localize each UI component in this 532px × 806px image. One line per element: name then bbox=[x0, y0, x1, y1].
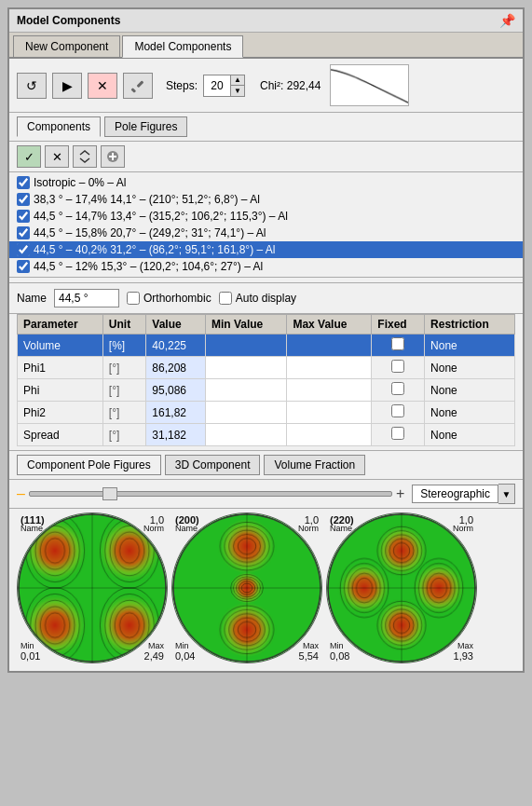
cell-param-1: Phi1 bbox=[18, 357, 103, 379]
slider-track[interactable] bbox=[29, 491, 392, 497]
cell-value-0: 40,225 bbox=[146, 335, 206, 357]
pf-canvas-1 bbox=[171, 512, 322, 663]
params-section: Parameter Unit Value Min Value Max Value… bbox=[9, 314, 523, 450]
pf-name-label-1: Name bbox=[175, 524, 198, 533]
cell-restriction-4: None bbox=[425, 424, 515, 446]
pf-min-label-1: Min bbox=[175, 641, 189, 650]
ortho-label: Orthorhombic bbox=[127, 292, 211, 305]
tab-3d-component[interactable]: 3D Component bbox=[165, 455, 261, 475]
cell-param-4: Spread bbox=[18, 424, 103, 446]
col-restriction: Restriction bbox=[425, 315, 515, 335]
table-row-2[interactable]: Phi[°]95,086None bbox=[18, 379, 515, 402]
section-tabs: Components Pole Figures bbox=[9, 113, 523, 142]
comp-checkbox-4[interactable] bbox=[17, 243, 30, 256]
pf-max-value-1: 5,54 bbox=[299, 650, 319, 662]
add-button[interactable] bbox=[101, 145, 125, 168]
comp-item-2[interactable]: 44,5 ° – 14,7% 13,4° – (315,2°; 106,2°; … bbox=[17, 208, 515, 225]
pin-icon[interactable]: 📌 bbox=[499, 13, 515, 28]
ortho-checkbox[interactable] bbox=[127, 292, 140, 305]
table-row-4[interactable]: Spread[°]31,182None bbox=[18, 424, 515, 446]
play-button[interactable]: ▶ bbox=[52, 73, 82, 99]
cell-param-3: Phi2 bbox=[18, 402, 103, 424]
pf-max-label-0: Max bbox=[148, 641, 164, 650]
pf-norm-label-2: Norm bbox=[453, 524, 473, 533]
tab-pole-figures[interactable]: Pole Figures bbox=[104, 116, 187, 137]
cell-fixed-2 bbox=[372, 379, 425, 402]
check-all-button[interactable]: ✓ bbox=[17, 145, 41, 168]
steps-arrows: ▲ ▼ bbox=[230, 75, 244, 96]
comp-checkbox-3[interactable] bbox=[17, 226, 30, 239]
comp-item-4[interactable]: 44,5 ° – 40,2% 31,2° – (86,2°; 95,1°; 16… bbox=[9, 241, 523, 258]
cell-min-3 bbox=[205, 402, 287, 424]
slider-thumb[interactable] bbox=[102, 487, 117, 500]
fixed-cb-0[interactable] bbox=[391, 337, 404, 350]
fixed-cb-1[interactable] bbox=[391, 360, 404, 373]
comp-checkbox-0[interactable] bbox=[17, 176, 30, 189]
tab-component-pole-figures[interactable]: Component Pole Figures bbox=[17, 455, 161, 475]
cell-max-2 bbox=[287, 379, 372, 402]
cell-restriction-3: None bbox=[425, 402, 515, 424]
uncheck-all-button[interactable]: ✕ bbox=[45, 145, 69, 168]
col-max: Max Value bbox=[287, 315, 372, 335]
tab-new-component[interactable]: New Component bbox=[13, 35, 120, 57]
steps-down[interactable]: ▼ bbox=[231, 86, 244, 96]
fixed-cb-4[interactable] bbox=[391, 427, 404, 440]
reset-button[interactable]: ↺ bbox=[17, 73, 47, 99]
pf-max-label-1: Max bbox=[303, 641, 319, 650]
components-list: Isotropic – 0% – Al38,3 ° – 17,4% 14,1° … bbox=[9, 172, 523, 278]
pole-figure-0: (111)1,0NormNameMin0,01Max2,49 bbox=[17, 512, 168, 663]
comp-label-4: 44,5 ° – 40,2% 31,2° – (86,2°; 95,1°; 16… bbox=[34, 243, 276, 256]
pf-max-value-2: 1,93 bbox=[454, 650, 473, 662]
pf-min-value-1: 0,04 bbox=[175, 650, 195, 662]
slider-row: – + Stereographic ▼ bbox=[9, 480, 523, 509]
cell-fixed-1 bbox=[372, 357, 425, 379]
tab-volume-fraction[interactable]: Volume Fraction bbox=[264, 455, 365, 475]
cell-max-4 bbox=[287, 424, 372, 446]
steps-value[interactable] bbox=[204, 77, 230, 94]
steps-up[interactable]: ▲ bbox=[231, 75, 244, 86]
cell-value-2: 95,086 bbox=[146, 379, 206, 402]
comp-item-5[interactable]: 44,5 ° – 12% 15,3° – (120,2°; 104,6°; 27… bbox=[17, 258, 515, 275]
pf-name-label-0: Name bbox=[20, 524, 43, 533]
comp-checkbox-1[interactable] bbox=[17, 193, 30, 206]
comp-item-3[interactable]: 44,5 ° – 15,8% 20,7° – (249,2°; 31°; 74,… bbox=[17, 225, 515, 241]
comp-item-0[interactable]: Isotropic – 0% – Al bbox=[17, 174, 515, 191]
cell-unit-2: [°] bbox=[102, 379, 146, 402]
slider-minus-icon[interactable]: – bbox=[17, 485, 25, 502]
move-icon bbox=[78, 150, 91, 163]
comp-checkbox-5[interactable] bbox=[17, 260, 30, 273]
comp-checkbox-2[interactable] bbox=[17, 210, 30, 223]
wrench-icon bbox=[130, 78, 145, 93]
table-row-1[interactable]: Phi1[°]86,208None bbox=[18, 357, 515, 379]
tab-components[interactable]: Components bbox=[17, 116, 101, 137]
pf-min-label-0: Min bbox=[20, 641, 34, 650]
stop-button[interactable]: ✕ bbox=[88, 73, 117, 99]
fixed-cb-2[interactable] bbox=[391, 382, 404, 395]
fixed-cb-3[interactable] bbox=[391, 404, 404, 417]
cell-value-4: 31,182 bbox=[146, 424, 206, 446]
cell-max-0 bbox=[287, 335, 372, 357]
main-tabs: New Component Model Components bbox=[9, 33, 523, 59]
tab-model-components[interactable]: Model Components bbox=[122, 35, 243, 58]
cell-max-3 bbox=[287, 402, 372, 424]
pole-figure-1: (200)1,0NormNameMin0,04Max5,54 bbox=[171, 512, 322, 663]
chi-graph bbox=[330, 64, 409, 106]
wrench-button[interactable] bbox=[123, 73, 153, 99]
stereo-dropdown[interactable]: ▼ bbox=[498, 484, 515, 504]
table-row-3[interactable]: Phi2[°]161,82None bbox=[18, 402, 515, 424]
slider-plus-icon[interactable]: + bbox=[396, 485, 404, 502]
cell-fixed-3 bbox=[372, 402, 425, 424]
name-input[interactable] bbox=[54, 289, 119, 307]
comp-item-1[interactable]: 38,3 ° – 17,4% 14,1° – (210°; 51,2°; 6,8… bbox=[17, 191, 515, 208]
cell-value-3: 161,82 bbox=[146, 402, 206, 424]
cell-restriction-0: None bbox=[425, 335, 515, 357]
svg-rect-0 bbox=[137, 80, 144, 88]
auto-display-checkbox[interactable] bbox=[219, 292, 232, 305]
pf-canvas-2 bbox=[326, 512, 477, 663]
table-row-0[interactable]: Volume[%]40,225None bbox=[18, 335, 515, 357]
cell-unit-1: [°] bbox=[102, 357, 146, 379]
pf-norm-label-1: Norm bbox=[298, 524, 319, 533]
move-button[interactable] bbox=[73, 145, 97, 168]
pf-min-value-0: 0,01 bbox=[20, 650, 40, 662]
main-window: Model Components 📌 New Component Model C… bbox=[7, 7, 525, 673]
